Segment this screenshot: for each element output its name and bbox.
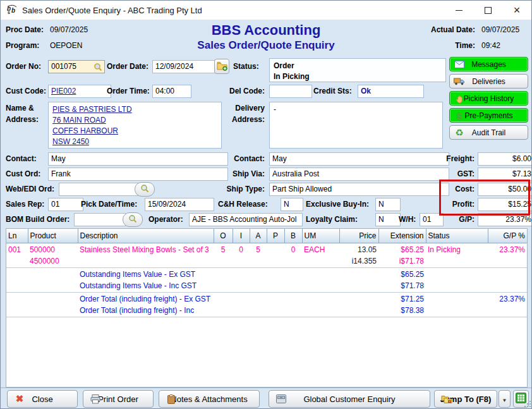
profit-field[interactable]: $15.25 bbox=[478, 198, 532, 211]
messages-button[interactable]: Messages bbox=[449, 57, 528, 71]
audit-trail-button[interactable]: Audit Trail bbox=[449, 125, 528, 140]
cust-ord-field[interactable]: Frank bbox=[48, 168, 228, 181]
operator-field[interactable]: AJE - BBS Accounting Auto-Jol bbox=[189, 213, 303, 226]
gst-field[interactable]: $7.13 bbox=[478, 168, 532, 181]
ship-via-field[interactable]: Australia Post bbox=[269, 168, 449, 181]
bom-build-field[interactable] bbox=[74, 213, 126, 226]
cust-code-link[interactable]: PIE002 bbox=[51, 87, 76, 95]
del-code-label: Del Code: bbox=[223, 87, 265, 95]
sales-rep-label: Sales Rep: bbox=[6, 200, 44, 209]
actual-date-label: Actual Date: bbox=[405, 25, 475, 34]
cell-um: EACH bbox=[304, 244, 337, 255]
col-um: UM bbox=[302, 229, 339, 243]
sales-rep-field[interactable]: 01 bbox=[48, 198, 83, 211]
exclusive-buyin-field[interactable]: N bbox=[375, 198, 401, 211]
jump-to-dropdown-button[interactable] bbox=[499, 390, 511, 408]
col-ln: Ln bbox=[6, 229, 28, 243]
address-line-link[interactable]: COFFS HARBOUR bbox=[52, 126, 118, 135]
ch-release-field[interactable]: N bbox=[281, 198, 303, 211]
ship-via-value: Australia Post bbox=[272, 169, 319, 178]
col-gp: G/P % bbox=[488, 229, 527, 243]
cell-product-2: 4500000 bbox=[30, 255, 76, 267]
cell-extension-1: $65.25 bbox=[380, 244, 424, 255]
maximize-button[interactable] bbox=[473, 1, 502, 20]
time-value: 09:42 bbox=[481, 41, 500, 50]
col-price: Price bbox=[339, 229, 378, 243]
spreadsheet-icon bbox=[516, 393, 526, 405]
order-no-field[interactable]: 001075 bbox=[48, 60, 105, 73]
deliveries-button[interactable]: Deliveries bbox=[449, 74, 528, 89]
freight-field[interactable]: $6.00 bbox=[478, 152, 532, 166]
ship-type-label: Ship Type: bbox=[223, 185, 265, 193]
pick-datetime-value: 15/09/2024 bbox=[148, 200, 186, 209]
summary-value: $71.78 bbox=[380, 280, 424, 291]
contact-left-field[interactable]: May bbox=[48, 152, 228, 166]
order-lines-table: Ln Product Description O I A P B UM Pric… bbox=[6, 228, 528, 388]
cell-product-1: 500000 bbox=[30, 244, 76, 255]
minimize-icon bbox=[456, 10, 462, 11]
order-date-value: 12/09/2024 bbox=[155, 62, 193, 71]
web-edi-field[interactable] bbox=[59, 183, 138, 196]
close-window-button[interactable] bbox=[502, 1, 531, 20]
status-line1: Order bbox=[274, 61, 442, 71]
global-customer-enquiry-button-label: Global Customer Enquiry bbox=[303, 394, 395, 404]
export-spreadsheet-button[interactable] bbox=[513, 390, 529, 408]
pre-payments-button[interactable]: Pre-Payments bbox=[449, 108, 528, 123]
summary-value: $71.25 bbox=[380, 293, 424, 305]
notes-attachments-button[interactable]: Notes & Attachments bbox=[159, 390, 260, 408]
bom-search-button[interactable] bbox=[123, 212, 143, 227]
del-code-field[interactable] bbox=[269, 85, 312, 98]
address-line-link[interactable]: PIES & PASTRIES LTD bbox=[52, 105, 132, 114]
summary-value: $65.25 bbox=[380, 269, 424, 280]
folders-icon bbox=[441, 394, 452, 404]
global-customer-enquiry-button[interactable]: Global Customer Enquiry bbox=[269, 390, 430, 408]
delivery-address-label-2: Address: bbox=[223, 115, 265, 124]
contact-right-field[interactable]: May bbox=[269, 152, 449, 166]
minimize-button[interactable] bbox=[444, 1, 473, 20]
operator-value: AJE - BBS Accounting Auto-Jol bbox=[192, 215, 296, 224]
name-address-box: PIES & PASTRIES LTD 76 MAIN ROAD COFFS H… bbox=[48, 102, 222, 149]
ch-release-value: N bbox=[284, 200, 289, 209]
summary-label: Outstanding Items Value - Inc GST bbox=[80, 280, 212, 291]
summary-label: Outstanding Items Value - Ex GST bbox=[80, 269, 212, 280]
wh-value: 01 bbox=[423, 215, 431, 224]
col-o: O bbox=[214, 229, 233, 243]
resize-grip[interactable] bbox=[529, 406, 531, 407]
order-line-row[interactable]: 001 5000004500000 Stainless Steel Mixing… bbox=[6, 243, 527, 268]
pre-payments-button-label: Pre-Payments bbox=[464, 111, 512, 120]
order-time-field[interactable]: 04:00 bbox=[152, 85, 191, 98]
gp-field[interactable]: 23.37% bbox=[478, 213, 532, 226]
address-line-link[interactable]: 76 MAIN ROAD bbox=[52, 116, 106, 125]
address-line-link[interactable]: NSW 2450 bbox=[52, 137, 89, 146]
print-order-button[interactable]: Print Order bbox=[83, 390, 154, 408]
cost-field[interactable]: $50.00 bbox=[478, 183, 532, 196]
cell-extension-2: i$71.78 bbox=[380, 255, 424, 267]
credit-sts-field[interactable]: Ok bbox=[358, 85, 424, 98]
search-icon bbox=[128, 214, 137, 225]
order-time-value: 04:00 bbox=[155, 87, 174, 95]
jump-to-button[interactable]: Jump To (F8) bbox=[434, 390, 497, 408]
cell-p bbox=[269, 244, 282, 255]
cust-code-label: Cust Code: bbox=[6, 87, 46, 95]
pick-datetime-field[interactable]: 15/09/2024 bbox=[145, 198, 214, 211]
time-label: Time: bbox=[405, 41, 475, 50]
search-icon[interactable] bbox=[94, 63, 102, 73]
gp-value: 23.37% bbox=[505, 215, 531, 224]
loyalty-claim-value: N bbox=[378, 215, 384, 224]
order-date-field[interactable]: 12/09/2024 bbox=[152, 60, 217, 73]
close-button[interactable]: Close bbox=[7, 390, 78, 408]
col-i: I bbox=[233, 229, 250, 243]
order-date-lookup-button[interactable] bbox=[214, 59, 229, 74]
web-edi-search-button[interactable] bbox=[135, 182, 155, 197]
cust-code-field[interactable]: PIE002 bbox=[48, 85, 111, 98]
loyalty-claim-field[interactable]: N bbox=[375, 213, 401, 226]
credit-sts-value: Ok bbox=[361, 87, 371, 95]
ship-type-field[interactable]: Part Ship Allowed bbox=[269, 183, 449, 196]
app-window: bbs Sales Order/Quote Enquiry - ABC Trad… bbox=[0, 0, 532, 409]
order-no-label: Order No: bbox=[6, 62, 41, 71]
messages-button-label: Messages bbox=[471, 60, 506, 69]
picking-history-button[interactable]: Picking History bbox=[449, 91, 528, 106]
close-icon bbox=[514, 4, 521, 16]
name-address-label-1: Name & bbox=[6, 104, 34, 113]
col-product: Product bbox=[28, 229, 78, 243]
